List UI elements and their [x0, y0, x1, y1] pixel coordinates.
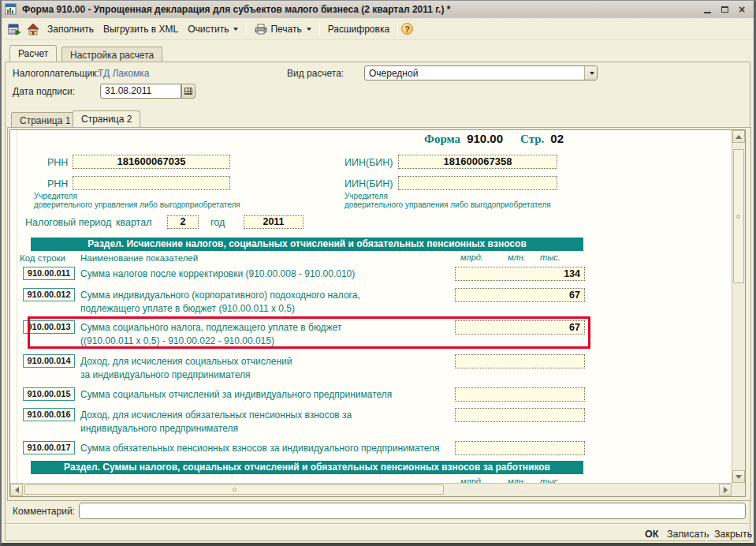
vertical-scrollbar[interactable] — [732, 130, 745, 483]
tax-period-label: Налоговый период — [25, 217, 111, 228]
tab-page-1[interactable]: Страница 1 — [11, 112, 79, 127]
founder-note-line2: доверительного управления либо выгодопри… — [34, 200, 240, 209]
row-value-field[interactable] — [455, 387, 585, 402]
quarter-label: квартал — [116, 217, 151, 228]
scroll-up-button[interactable] — [732, 130, 745, 143]
tab-page-2[interactable]: Страница 2 — [73, 110, 140, 127]
organization-icon[interactable] — [26, 22, 40, 36]
year-field[interactable]: 2011 — [244, 215, 304, 229]
founder-note-line1: Учредителя — [34, 192, 77, 200]
row-value-field[interactable] — [455, 441, 585, 455]
open-form-icon[interactable] — [7, 22, 21, 36]
comment-input[interactable] — [79, 503, 746, 519]
horizontal-scrollbar-thumb[interactable] — [24, 484, 444, 495]
comment-label: Комментарий: — [13, 506, 75, 517]
highlighted-row-marker — [28, 316, 590, 349]
unit-label: млн. — [508, 252, 526, 262]
iin-label: ИИН(БИН) — [344, 157, 393, 168]
combo-dropdown-button[interactable] — [584, 66, 597, 80]
toolbar-separator — [246, 22, 247, 36]
taxpayer-value[interactable]: ТД Лакомка — [98, 68, 149, 79]
horizontal-scrollbar[interactable] — [10, 483, 732, 496]
column-header-code: Код строки — [20, 253, 65, 263]
toolbar: Заполнить Выгрузить в XML Очистить Печат… — [2, 18, 754, 40]
clear-button[interactable]: Очистить — [183, 21, 243, 37]
quarter-field[interactable]: 2 — [167, 215, 199, 229]
ok-button[interactable]: ОК — [642, 527, 661, 541]
row-code: 910.00.014 — [23, 354, 75, 368]
rnn-label: РНН — [47, 157, 68, 168]
page-word: Стр. — [520, 133, 544, 146]
title-bar: Форма 910.00 - Упрощенная декларация для… — [2, 1, 754, 18]
row-description: Сумма обязательных пенсионных взносов за… — [80, 442, 440, 455]
unit-label: млрд. — [460, 477, 483, 483]
founder-note-line1: Учредителя — [344, 192, 388, 200]
decode-button[interactable]: Расшифровка — [323, 21, 394, 37]
sign-date-label: Дата подписи: — [13, 86, 75, 97]
rnn-field[interactable]: 181600067035 — [73, 155, 230, 169]
export-xml-button[interactable]: Выгрузить в XML — [99, 21, 183, 37]
units-row: млрд.млн.тыс. — [455, 252, 585, 263]
chevron-down-icon — [233, 28, 238, 31]
report-form-icon — [5, 3, 17, 16]
minimize-icon[interactable] — [702, 4, 713, 15]
toolbar-separator — [319, 22, 320, 36]
tab-calculation-settings[interactable]: Настройка расчета — [61, 47, 162, 62]
unit-label: млн. — [508, 477, 526, 483]
tab-calculation[interactable]: Расчет — [9, 45, 57, 62]
scroll-right-button[interactable] — [719, 484, 732, 496]
rnn-founder-field[interactable] — [73, 176, 230, 190]
page-margin-line — [17, 130, 17, 483]
unit-label: млрд. — [460, 252, 483, 262]
chevron-down-icon — [590, 72, 594, 75]
print-button[interactable]: Печать — [250, 21, 315, 37]
year-label: год — [210, 217, 225, 228]
printer-icon — [255, 24, 267, 35]
section1-header: Раздел. Исчисление налогов, социальных о… — [31, 237, 583, 251]
row-value-field[interactable] — [455, 408, 585, 422]
clear-button-label: Очистить — [188, 24, 229, 35]
close-button[interactable]: Закрыть — [711, 527, 755, 541]
save-button[interactable]: Записать — [664, 527, 712, 541]
app-window: Форма 910.00 - Упрощенная декларация для… — [0, 0, 756, 546]
row-description: Сумма социальных отчислений за индивидуа… — [80, 388, 392, 402]
iin-founder-label: ИИН(БИН) — [344, 178, 393, 189]
iin-founder-field[interactable] — [398, 176, 557, 190]
help-icon[interactable]: ? — [401, 23, 413, 35]
row-code: 910.00.011 — [23, 267, 75, 280]
maximize-icon[interactable] — [719, 4, 730, 15]
row-code: 910.00.015 — [23, 387, 75, 401]
row-description: Сумма индивидуального (корпоративного) п… — [80, 289, 360, 316]
taxpayer-label: Налогоплательщик: — [13, 68, 99, 79]
units-row: млрд.млн.тыс. — [455, 477, 585, 483]
calendar-icon — [184, 88, 192, 95]
scroll-left-button[interactable] — [10, 484, 23, 496]
sign-date-input[interactable]: 31.08.2011 — [100, 84, 181, 99]
close-icon[interactable]: × — [736, 4, 747, 15]
row-code: 910.00.012 — [23, 288, 75, 301]
row-value-field[interactable]: 134 — [455, 267, 585, 281]
bottom-separator — [6, 523, 750, 525]
row-description: Доход, для исчисления социальных отчисле… — [80, 355, 292, 382]
calc-type-select[interactable]: Очередной — [364, 65, 598, 80]
row-value-field[interactable]: 67 — [455, 288, 585, 302]
calendar-button[interactable] — [181, 84, 196, 99]
row-code: 910.00.017 — [23, 441, 75, 454]
toolbar-separator — [397, 22, 398, 36]
founder-note-line2: доверительного управления либо выгодопри… — [344, 200, 551, 209]
chevron-down-icon — [307, 28, 311, 31]
row-value-field[interactable] — [455, 354, 585, 368]
section2-header: Раздел. Суммы налогов, социальных отчисл… — [31, 461, 583, 474]
unit-label: тыс. — [540, 477, 560, 483]
calc-type-value: Очередной — [365, 68, 584, 79]
vertical-scrollbar-thumb[interactable] — [733, 149, 744, 283]
fill-button[interactable]: Заполнить — [43, 21, 99, 37]
row-description: Сумма налогов после корректировки (910.0… — [80, 267, 355, 281]
unit-label: тыс. — [540, 252, 560, 262]
column-header-name: Наименование показателей — [80, 253, 198, 263]
calc-type-label: Вид расчета: — [287, 68, 344, 79]
button-separator — [706, 526, 707, 542]
scroll-down-button[interactable] — [732, 470, 745, 483]
iin-field[interactable]: 181600067358 — [398, 155, 557, 169]
form-scroll-area: Форма 910.00 Стр. 02 РНН 181600067035 ИИ… — [9, 129, 746, 497]
